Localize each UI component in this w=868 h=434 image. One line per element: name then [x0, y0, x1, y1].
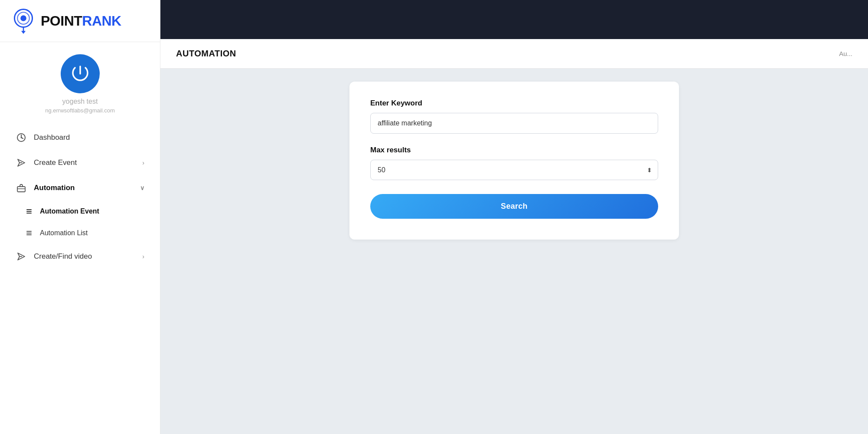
keyword-label: Enter Keyword [370, 99, 658, 108]
automation-label: Automation [34, 184, 140, 192]
list-icon [24, 207, 34, 216]
svg-rect-10 [17, 187, 25, 192]
user-email: ng.errwsoftlabs@gmail.com [45, 107, 115, 114]
automation-event-label: Automation Event [40, 207, 99, 215]
create-find-video-label: Create/Find video [34, 252, 142, 261]
breadcrumb: Au... [839, 50, 852, 57]
list-icon-2 [24, 228, 34, 238]
svg-point-8 [21, 137, 22, 138]
create-event-chevron: › [142, 159, 144, 166]
briefcase-icon [16, 182, 27, 194]
top-bar [160, 0, 868, 39]
sidebar-item-automation-list[interactable]: Automation List [0, 222, 160, 244]
svg-marker-4 [21, 31, 26, 34]
page-header: AUTOMATION Au... [160, 39, 868, 69]
svg-point-2 [20, 15, 26, 21]
user-area: yogesh test ng.errwsoftlabs@gmail.com [0, 42, 160, 121]
sidebar-item-automation-event[interactable]: Automation Event [0, 201, 160, 222]
create-event-label: Create Event [34, 158, 142, 167]
send-icon [16, 157, 27, 168]
dashboard-icon [16, 132, 27, 143]
max-results-label: Max results [370, 146, 658, 155]
sidebar-item-dashboard[interactable]: Dashboard [0, 125, 160, 150]
sidebar: POINTRANK yogesh test ng.errwsoftlabs@gm… [0, 0, 160, 434]
dashboard-label: Dashboard [34, 133, 144, 142]
search-button[interactable]: Search [370, 194, 658, 219]
automation-chevron: ∨ [140, 184, 144, 191]
keyword-input[interactable] [370, 113, 658, 134]
logo-text: POINTRANK [41, 13, 121, 29]
sidebar-item-create-event[interactable]: Create Event › [0, 150, 160, 175]
main-content: AUTOMATION Au... Enter Keyword Max resul… [160, 0, 868, 434]
avatar [61, 54, 100, 93]
max-results-select[interactable]: 10 25 50 100 [370, 160, 658, 180]
sidebar-item-create-find-video[interactable]: Create/Find video › [0, 244, 160, 269]
automation-list-label: Automation List [40, 229, 88, 237]
logo-area: POINTRANK [0, 0, 160, 42]
user-name: yogesh test [62, 98, 98, 105]
page-title: AUTOMATION [176, 49, 236, 59]
logo-icon [10, 8, 36, 34]
video-chevron: › [142, 253, 144, 260]
power-icon [67, 61, 93, 87]
sidebar-item-automation[interactable]: Automation ∨ [0, 175, 160, 201]
sidebar-nav: Dashboard Create Event › Automa [0, 121, 160, 273]
video-send-icon [16, 251, 27, 262]
max-results-wrapper: 10 25 50 100 ⬍ [370, 160, 658, 180]
content-area: Enter Keyword Max results 10 25 50 100 ⬍… [160, 69, 868, 434]
search-card: Enter Keyword Max results 10 25 50 100 ⬍… [349, 82, 679, 240]
